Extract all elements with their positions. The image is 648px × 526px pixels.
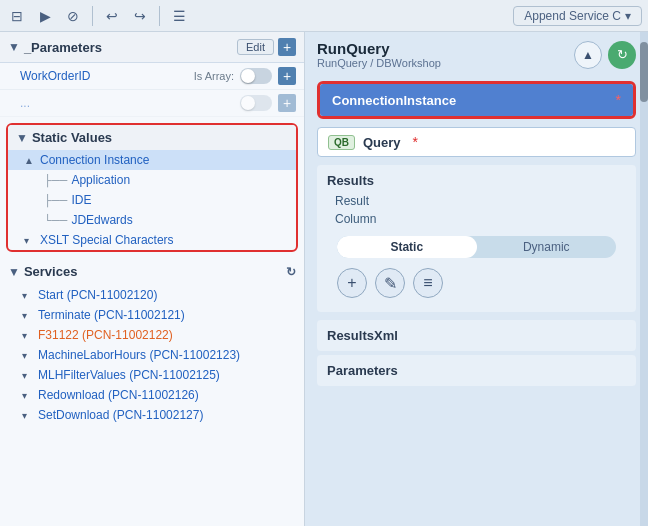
- toolbar-icon-undo[interactable]: ↩: [101, 5, 123, 27]
- param-2-toggle[interactable]: [240, 95, 272, 111]
- services-refresh-icon[interactable]: ↻: [286, 265, 296, 279]
- tree-item-connection-instance[interactable]: ▲ Connection Instance: [8, 150, 296, 170]
- tree-prefix-2: ├──: [44, 194, 67, 206]
- main-area: ▼ _Parameters Edit + WorkOrderID Is Arra…: [0, 32, 648, 526]
- tab-static[interactable]: Static: [337, 236, 477, 258]
- service-chevron-6: ▾: [22, 390, 34, 401]
- run-query-title-area: RunQuery RunQuery / DBWorkshop: [317, 40, 441, 69]
- service-item-machinelaborhours[interactable]: ▾ MachineLaborHours (PCN-11002123): [6, 345, 298, 365]
- tree-child-ide-label: IDE: [71, 193, 91, 207]
- service-chevron-2: ▾: [22, 310, 34, 321]
- service-item-terminate[interactable]: ▾ Terminate (PCN-11002121): [6, 305, 298, 325]
- connection-instance-label: Connection Instance: [40, 153, 149, 167]
- edit-button[interactable]: Edit: [237, 39, 274, 55]
- result-label: Result: [327, 192, 626, 210]
- tree-child-ide[interactable]: ├── IDE: [8, 190, 296, 210]
- params-collapse-icon[interactable]: ▼: [8, 40, 20, 54]
- tree-item-xslt[interactable]: ▾ XSLT Special Characters: [8, 230, 296, 250]
- refresh-icon: ↻: [617, 47, 628, 62]
- append-service-button[interactable]: Append Service C ▾: [513, 6, 642, 26]
- right-panel: RunQuery RunQuery / DBWorkshop ▲ ↻ Conne…: [305, 32, 648, 526]
- xslt-label: XSLT Special Characters: [40, 233, 174, 247]
- tree-child-application[interactable]: ├── Application: [8, 170, 296, 190]
- results-title: Results: [327, 173, 626, 188]
- add-param-value-button[interactable]: +: [278, 67, 296, 85]
- query-required-star: *: [413, 134, 418, 150]
- service-chevron-5: ▾: [22, 370, 34, 381]
- tree-child-jdedwards[interactable]: └── JDEdwards: [8, 210, 296, 230]
- service-item-mlhfiltervalues[interactable]: ▾ MLHFilterValues (PCN-11002125): [6, 365, 298, 385]
- edit-entry-button[interactable]: ✎: [375, 268, 405, 298]
- tree-prefix-1: ├──: [44, 174, 67, 186]
- service-redownload-label: Redownload (PCN-11002126): [38, 388, 199, 402]
- right-scrollbar[interactable]: [640, 32, 648, 526]
- left-panel: ▼ _Parameters Edit + WorkOrderID Is Arra…: [0, 32, 305, 526]
- service-terminate-label: Terminate (PCN-11002121): [38, 308, 185, 322]
- service-item-redownload[interactable]: ▾ Redownload (PCN-11002126): [6, 385, 298, 405]
- add-param-button[interactable]: +: [278, 38, 296, 56]
- add-entry-button[interactable]: +: [337, 268, 367, 298]
- static-values-title: Static Values: [32, 130, 112, 145]
- append-chevron-icon: ▾: [625, 9, 631, 23]
- add-param-2-button[interactable]: +: [278, 94, 296, 112]
- toolbar-icon-stop[interactable]: ⊘: [62, 5, 84, 27]
- service-setdownload-label: SetDownload (PCN-11002127): [38, 408, 203, 422]
- static-dynamic-tabs: Static Dynamic: [337, 236, 616, 258]
- param-workorderid-right: Is Array: +: [194, 67, 296, 85]
- services-title: Services: [24, 264, 78, 279]
- parameters-right-section: Parameters: [317, 355, 636, 386]
- params-header: ▼ _Parameters Edit +: [0, 32, 304, 63]
- results-xml-section: ResultsXml: [317, 320, 636, 351]
- results-xml-title: ResultsXml: [327, 328, 626, 343]
- toolbar-icon-play[interactable]: ▶: [34, 5, 56, 27]
- param-row-2: ... +: [0, 90, 304, 117]
- tab-dynamic[interactable]: Dynamic: [477, 236, 617, 258]
- service-item-setdownload[interactable]: ▾ SetDownload (PCN-11002127): [6, 405, 298, 425]
- service-start-label: Start (PCN-11002120): [38, 288, 157, 302]
- run-query-title: RunQuery: [317, 40, 441, 57]
- param-row-workorderid: WorkOrderID Is Array: +: [0, 63, 304, 90]
- run-query-header: RunQuery RunQuery / DBWorkshop ▲ ↻: [305, 32, 648, 77]
- params-actions: Edit +: [237, 38, 296, 56]
- tree-child-application-label: Application: [71, 173, 130, 187]
- param-array-label: Is Array:: [194, 70, 234, 82]
- services-collapse-icon[interactable]: ▼: [8, 265, 20, 279]
- tree-prefix-3: └──: [44, 214, 67, 226]
- query-field[interactable]: QB Query *: [317, 127, 636, 157]
- connection-instance-field[interactable]: ConnectionInstance *: [317, 81, 636, 119]
- params-title-area: ▼ _Parameters: [8, 40, 102, 55]
- scrollbar-thumb: [640, 42, 648, 102]
- service-chevron-7: ▾: [22, 410, 34, 421]
- connection-required-star: *: [616, 92, 621, 108]
- service-item-f31122[interactable]: ▾ F31122 (PCN-11002122): [6, 325, 298, 345]
- query-badge: QB: [328, 135, 355, 150]
- action-buttons-row: + ✎ ≡: [327, 262, 626, 304]
- toolbar-divider-2: [159, 6, 160, 26]
- toolbar-icon-menu[interactable]: ☰: [168, 5, 190, 27]
- column-label: Column: [327, 210, 626, 228]
- run-query-subtitle: RunQuery / DBWorkshop: [317, 57, 441, 69]
- append-service-label: Append Service C: [524, 9, 621, 23]
- toolbar-icon-redo[interactable]: ↪: [129, 5, 151, 27]
- static-values-collapse-icon[interactable]: ▼: [16, 131, 28, 145]
- header-actions: ▲ ↻: [574, 41, 636, 69]
- service-chevron-3: ▾: [22, 330, 34, 341]
- param-array-toggle[interactable]: [240, 68, 272, 84]
- refresh-button[interactable]: ↻: [608, 41, 636, 69]
- static-values-section: ▼ Static Values ▲ Connection Instance ├─…: [6, 123, 298, 252]
- query-label: Query: [363, 135, 401, 150]
- services-section: ▼ Services ↻ ▾ Start (PCN-11002120) ▾ Te…: [0, 258, 304, 425]
- params-title-label: _Parameters: [24, 40, 102, 55]
- toolbar: ⊟ ▶ ⊘ ↩ ↪ ☰ Append Service C ▾: [0, 0, 648, 32]
- param-2-right: +: [240, 94, 296, 112]
- toggle-thumb: [241, 69, 255, 83]
- service-f31122-label: F31122 (PCN-11002122): [38, 328, 173, 342]
- service-item-start[interactable]: ▾ Start (PCN-11002120): [6, 285, 298, 305]
- toolbar-divider-1: [92, 6, 93, 26]
- service-chevron-1: ▾: [22, 290, 34, 301]
- up-button[interactable]: ▲: [574, 41, 602, 69]
- toolbar-icon-list[interactable]: ⊟: [6, 5, 28, 27]
- menu-entry-button[interactable]: ≡: [413, 268, 443, 298]
- services-header: ▼ Services ↻: [6, 258, 298, 285]
- service-chevron-4: ▾: [22, 350, 34, 361]
